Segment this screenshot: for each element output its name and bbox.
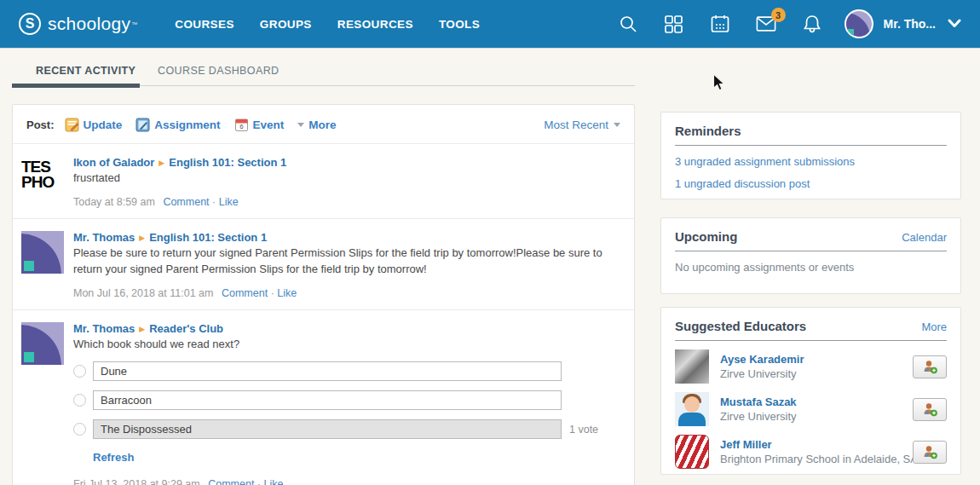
poll-refresh-link[interactable]: Refresh — [93, 451, 134, 464]
tab-course-dashboard[interactable]: COURSE DASHBOARD — [158, 65, 280, 77]
post-author-link[interactable]: Mr. Thomas — [73, 231, 135, 244]
avatar-detail — [684, 396, 700, 413]
ungraded-submissions-link[interactable]: 3 ungraded assignment submissions — [675, 155, 947, 168]
like-link[interactable]: Like — [219, 196, 239, 208]
nav-item-tools[interactable]: TOOLS — [439, 18, 480, 31]
poll-radio-button[interactable] — [73, 394, 86, 407]
activity-feed-card: Post: Update Assignment 6 Event — [12, 104, 635, 485]
breadcrumb-arrow-icon: ▶ — [139, 325, 145, 333]
post-context-link[interactable]: English 101: Section 1 — [169, 156, 286, 169]
meta-separator: · — [271, 287, 274, 299]
poll-option-row: The Dispossessed 1 vote — [73, 419, 620, 439]
app-launcher-icon[interactable] — [664, 14, 684, 34]
poll-radio-button[interactable] — [73, 423, 86, 436]
header-rule — [675, 340, 947, 341]
poll-option-box[interactable]: The Dispossessed — [93, 419, 562, 439]
active-tab-indicator — [12, 84, 140, 88]
post-context-link[interactable]: English 101: Section 1 — [149, 231, 267, 244]
comment-link[interactable]: Comment — [222, 287, 268, 299]
feed-item-poll: Mr. Thomas▶Reader's Club Which book shou… — [13, 309, 634, 485]
post-context-link[interactable]: Reader's Club — [149, 322, 223, 335]
card-header: Suggested Educators More — [675, 319, 947, 333]
logo-s-icon: S — [19, 13, 41, 35]
nav-item-groups[interactable]: GROUPS — [260, 18, 312, 31]
nav-item-resources[interactable]: RESOURCES — [337, 18, 413, 31]
tab-recent-activity[interactable]: RECENT ACTIVITY — [36, 65, 135, 77]
post-update-label: Update — [84, 118, 123, 131]
post-assignment-button[interactable]: Assignment — [135, 118, 220, 132]
add-connection-button[interactable] — [913, 441, 947, 464]
person-name-link[interactable]: Mustafa Sazak — [720, 396, 913, 408]
post-timestamp: Mon Jul 16, 2018 at 11:01 am — [73, 287, 213, 299]
nav-item-courses[interactable]: COURSES — [175, 18, 234, 31]
post-author-avatar[interactable] — [21, 322, 64, 365]
person-avatar[interactable] — [675, 349, 709, 384]
poll-question: Which book should we read next? — [73, 337, 620, 353]
person-name-link[interactable]: Ayse Karademir — [720, 353, 913, 366]
feed-tabs: RECENT ACTIVITY COURSE DASHBOARD — [12, 65, 635, 86]
post-event-label: Event — [253, 118, 285, 131]
reminders-card: Reminders 3 ungraded assignment submissi… — [660, 112, 961, 199]
avatar-shape — [845, 13, 870, 38]
messages-icon[interactable]: 3 — [756, 14, 776, 34]
feed-item: Mr. Thomas▶English 101: Section 1 Please… — [13, 218, 634, 309]
meta-separator: · — [257, 478, 261, 485]
card-header: Upcoming Calendar — [675, 229, 947, 244]
mouse-cursor — [712, 73, 725, 95]
post-timestamp: Today at 8:59 am — [73, 196, 155, 208]
post-event-button[interactable]: 6 Event — [234, 118, 285, 132]
post-author-avatar[interactable]: TES PHO — [21, 156, 64, 199]
post-more-label: More — [308, 118, 336, 131]
post-body: frusrtated — [73, 170, 620, 187]
person-avatar[interactable] — [675, 392, 709, 426]
poll-option-row: Dune — [73, 361, 620, 381]
comment-link[interactable]: Comment — [208, 478, 254, 485]
post-author-link[interactable]: Ikon of Galador — [73, 156, 154, 169]
post-update-button[interactable]: Update — [65, 118, 123, 132]
calendar-link[interactable]: Calendar — [902, 231, 947, 244]
post-author-link[interactable]: Mr. Thomas — [73, 322, 135, 335]
header-rule — [675, 251, 947, 251]
poll-radio-button[interactable] — [73, 365, 86, 378]
like-link[interactable]: Like — [264, 478, 284, 485]
avatar-detail — [678, 413, 706, 426]
add-connection-button[interactable] — [913, 355, 947, 378]
breadcrumb-arrow-icon: ▶ — [159, 159, 164, 167]
person-info: Mustafa Sazak Zirve University — [720, 396, 913, 423]
add-connection-button[interactable] — [913, 398, 947, 421]
svg-text:6: 6 — [239, 123, 244, 130]
ungraded-discussion-link[interactable]: 1 ungraded discussion post — [675, 177, 947, 190]
suggested-person-row: Ayse Karademir Zirve University — [675, 349, 947, 384]
sort-dropdown[interactable]: Most Recent — [544, 118, 620, 131]
person-organization: Brighton Primary School in Adelaide, SA — [720, 453, 913, 465]
user-avatar[interactable] — [845, 9, 873, 38]
logo-wordmark: schoology — [48, 14, 130, 34]
chevron-down-icon[interactable] — [948, 16, 961, 32]
more-link[interactable]: More — [921, 320, 947, 333]
like-link[interactable]: Like — [277, 287, 297, 299]
person-organization: Zirve University — [720, 410, 913, 423]
notifications-icon[interactable] — [802, 14, 822, 34]
poll-option-box[interactable]: Dune — [93, 361, 562, 381]
post-header: Mr. Thomas▶English 101: Section 1 — [73, 231, 620, 244]
post-more-button[interactable]: More — [297, 118, 336, 131]
calendar-icon[interactable] — [710, 14, 730, 34]
caret-down-icon — [297, 123, 304, 127]
person-avatar[interactable] — [675, 435, 709, 469]
person-info: Ayse Karademir Zirve University — [720, 353, 913, 380]
person-name-link[interactable]: Jeff Miller — [720, 438, 913, 451]
post-meta: Fri Jul 13, 2018 at 9:29 am Comment · Li… — [73, 478, 620, 485]
post-body: Please be sure to return your signed Par… — [73, 245, 620, 278]
upcoming-title: Upcoming — [675, 229, 737, 244]
schoology-logo[interactable]: S schoology ™ — [19, 13, 137, 35]
search-icon[interactable] — [618, 14, 638, 34]
upcoming-card: Upcoming Calendar No upcoming assignment… — [660, 217, 961, 294]
poll-option-box[interactable]: Barracoon — [93, 390, 562, 410]
user-name[interactable]: Mr. Tho... — [884, 17, 936, 31]
card-header: Reminders — [675, 124, 947, 138]
sort-label: Most Recent — [544, 118, 608, 131]
suggested-educators-title: Suggested Educators — [675, 319, 806, 333]
messages-badge: 3 — [771, 8, 786, 22]
post-author-avatar[interactable] — [21, 231, 64, 274]
comment-link[interactable]: Comment — [163, 196, 209, 208]
